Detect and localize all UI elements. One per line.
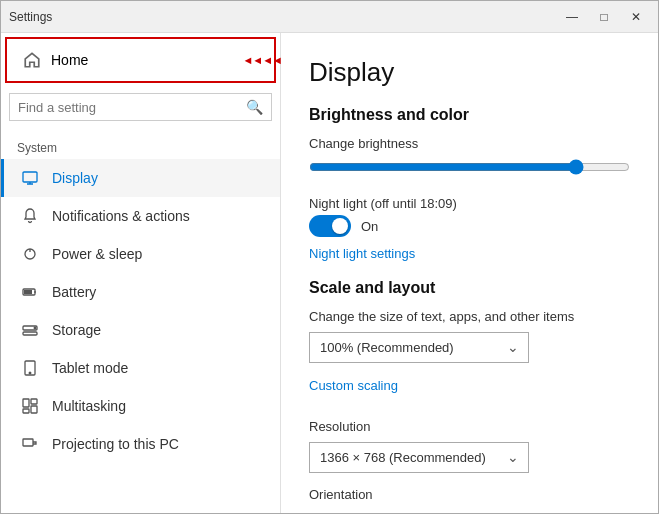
svg-rect-0 [23, 172, 37, 182]
svg-rect-9 [23, 399, 29, 407]
orientation-label: Orientation [309, 487, 630, 502]
sidebar-item-storage-label: Storage [52, 322, 101, 338]
home-icon [23, 51, 41, 69]
resolution-label: Resolution [309, 419, 630, 434]
brightness-section-heading: Brightness and color [309, 106, 630, 124]
svg-point-6 [34, 327, 36, 329]
night-light-label: Night light (off until 18:09) [309, 196, 457, 211]
display-icon [20, 168, 40, 188]
svg-rect-11 [23, 409, 29, 413]
notifications-icon [20, 206, 40, 226]
svg-rect-13 [23, 439, 33, 446]
sidebar-item-battery[interactable]: Battery [1, 273, 280, 311]
scale-select[interactable]: 100% (Recommended) 125% 150% [309, 332, 529, 363]
power-icon [20, 244, 40, 264]
search-box[interactable]: 🔍 [9, 93, 272, 121]
settings-window: Settings — □ ✕ Home ◄◄ [0, 0, 659, 514]
sidebar-item-battery-label: Battery [52, 284, 96, 300]
night-light-toggle-row: On [309, 215, 630, 237]
storage-icon [20, 320, 40, 340]
resolution-select[interactable]: 1366 × 768 (Recommended) 1280 × 720 1024… [309, 442, 529, 473]
tablet-icon [20, 358, 40, 378]
sidebar-item-notifications[interactable]: Notifications & actions [1, 197, 280, 235]
svg-rect-12 [31, 406, 37, 413]
sidebar-item-storage[interactable]: Storage [1, 311, 280, 349]
brightness-label: Change brightness [309, 136, 630, 151]
sidebar-item-multitasking[interactable]: Multitasking [1, 387, 280, 425]
night-light-toggle[interactable] [309, 215, 351, 237]
sidebar-item-multitasking-label: Multitasking [52, 398, 126, 414]
sidebar-item-power-label: Power & sleep [52, 246, 142, 262]
main-content: Display Brightness and color Change brig… [281, 33, 658, 513]
sidebar-item-notifications-label: Notifications & actions [52, 208, 190, 224]
svg-rect-10 [31, 399, 37, 404]
window-title: Settings [9, 10, 52, 24]
night-light-settings-link[interactable]: Night light settings [309, 246, 415, 261]
sidebar-item-display[interactable]: Display [1, 159, 280, 197]
window-controls: — □ ✕ [558, 6, 650, 28]
page-title: Display [309, 57, 630, 88]
sidebar-item-display-label: Display [52, 170, 98, 186]
home-label: Home [51, 52, 88, 68]
minimize-button[interactable]: — [558, 6, 586, 28]
resolution-dropdown-wrapper[interactable]: 1366 × 768 (Recommended) 1280 × 720 1024… [309, 442, 529, 473]
sidebar-item-tablet[interactable]: Tablet mode [1, 349, 280, 387]
search-input[interactable] [18, 100, 246, 115]
titlebar: Settings — □ ✕ [1, 1, 658, 33]
home-button[interactable]: Home [5, 37, 276, 83]
search-icon: 🔍 [246, 99, 263, 115]
window-content: Home ◄◄◄◄ 🔍 System [1, 33, 658, 513]
scale-label: Change the size of text, apps, and other… [309, 309, 630, 324]
projecting-icon [20, 434, 40, 454]
sidebar: Home ◄◄◄◄ 🔍 System [1, 33, 281, 513]
sidebar-item-projecting[interactable]: Projecting to this PC [1, 425, 280, 463]
night-light-row: Night light (off until 18:09) [309, 196, 630, 211]
multitasking-icon [20, 396, 40, 416]
svg-rect-3 [24, 290, 32, 294]
battery-icon [20, 282, 40, 302]
sidebar-item-tablet-label: Tablet mode [52, 360, 128, 376]
night-light-on-label: On [361, 219, 378, 234]
svg-rect-5 [23, 332, 37, 335]
maximize-button[interactable]: □ [590, 6, 618, 28]
brightness-slider-container[interactable] [309, 159, 630, 178]
sidebar-item-power[interactable]: Power & sleep [1, 235, 280, 273]
scale-dropdown-wrapper[interactable]: 100% (Recommended) 125% 150% [309, 332, 529, 363]
close-button[interactable]: ✕ [622, 6, 650, 28]
sidebar-item-projecting-label: Projecting to this PC [52, 436, 179, 452]
brightness-slider[interactable] [309, 159, 630, 175]
custom-scaling-link[interactable]: Custom scaling [309, 378, 398, 393]
svg-point-8 [29, 372, 31, 374]
system-section-label: System [1, 127, 280, 159]
scale-section-heading: Scale and layout [309, 279, 630, 297]
